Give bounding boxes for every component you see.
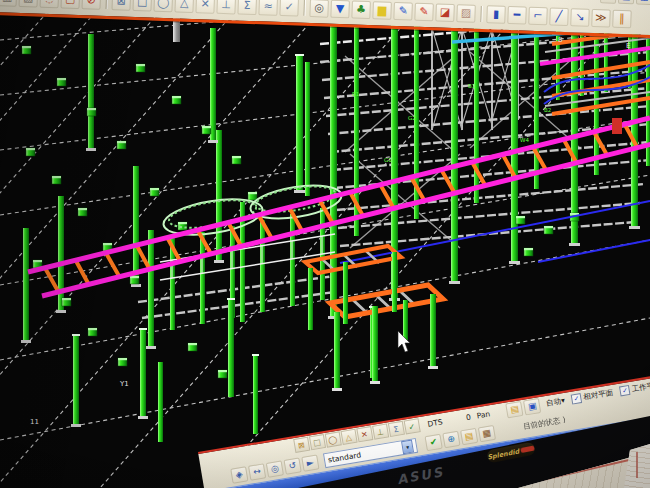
mini-snap-circle-icon[interactable]: ◯ xyxy=(324,431,341,447)
chevron-down-icon[interactable]: ▾ xyxy=(401,439,414,454)
snap-lines-icon[interactable]: □ xyxy=(132,0,152,11)
window-icon-1[interactable]: ▣ xyxy=(600,0,617,3)
status-note: 目前的状态 ) xyxy=(523,415,567,432)
snap-midpoint-icon[interactable]: △ xyxy=(174,0,194,12)
rotate-view-icon[interactable]: ↺ xyxy=(283,457,301,474)
mini-snap-sum-icon[interactable]: Σ xyxy=(387,421,404,437)
binoculars-icon[interactable]: ◎ xyxy=(309,0,329,17)
no-snap-icon[interactable]: ⊘ xyxy=(81,0,101,9)
snap-intersection-icon[interactable]: ✕ xyxy=(195,0,215,13)
snap-sum-icon[interactable]: Σ xyxy=(237,0,257,15)
member-label: B2 xyxy=(544,107,551,113)
member-label: W4 xyxy=(520,137,529,143)
copy-icon[interactable]: ▨ xyxy=(19,0,39,7)
zoom-view-icon[interactable]: ◎ xyxy=(266,460,284,477)
status-zero: 0 xyxy=(465,412,471,422)
toolbar-separator xyxy=(480,6,482,22)
snap-free-icon[interactable]: ✓ xyxy=(279,0,299,16)
toolbar-separator xyxy=(106,0,108,8)
rebar-icon[interactable]: ‖ xyxy=(612,9,632,28)
check-icon: ✓ xyxy=(619,385,631,397)
mini-snap-perpendicular-icon[interactable]: ⊥ xyxy=(372,424,389,440)
grid-label: 11 xyxy=(30,418,39,426)
disk-icon[interactable]: ▣ xyxy=(523,397,541,414)
tree-icon[interactable]: ♣ xyxy=(351,0,371,19)
clipboard-icon[interactable]: ▥ xyxy=(0,0,17,6)
chevron-down-icon: ▾ xyxy=(560,396,565,405)
apply-check-icon[interactable]: ✔ xyxy=(424,433,442,450)
fly-view-icon[interactable]: ► xyxy=(301,454,319,471)
snap-points-icon[interactable]: ⊠ xyxy=(111,0,131,10)
snap-circle-icon[interactable]: ◯ xyxy=(153,0,173,12)
model-platforms xyxy=(305,246,443,391)
mini-snap-intersection-icon[interactable]: ✕ xyxy=(356,426,373,442)
member-label: G1 xyxy=(384,157,392,163)
lasso-icon[interactable]: ◌ xyxy=(40,0,60,8)
window-icon-3[interactable]: ◫ xyxy=(636,0,650,4)
view-tilt-icon[interactable]: ◪ xyxy=(435,3,455,22)
mini-snap-midpoint-icon[interactable]: △ xyxy=(340,429,357,445)
marquee-icon[interactable]: ▢ xyxy=(61,0,81,9)
status-pan: Pan xyxy=(476,409,491,420)
mini-snap-points-icon[interactable]: ⊠ xyxy=(293,437,310,453)
grid-label: E xyxy=(626,42,630,50)
monitor-photo: 378EY111 B1G2B1W4G1B2 ▣▦◫▥⊞● ▥▨◌▢⊘⊠□◯△✕⊥… xyxy=(0,0,650,488)
create-arrow-icon[interactable]: ↘ xyxy=(570,8,590,27)
filter-icon[interactable]: ▼ xyxy=(330,0,350,18)
pen-blue-icon[interactable]: ✎ xyxy=(393,1,413,20)
folder-icon[interactable]: ▤ xyxy=(506,400,524,417)
pen-red-icon[interactable]: ✎ xyxy=(414,2,434,21)
pan-view-icon[interactable]: ↔ xyxy=(248,463,266,480)
member-label: B1 xyxy=(352,91,359,97)
create-beam-icon[interactable]: ━ xyxy=(507,5,527,24)
member-label: B1 xyxy=(468,83,475,89)
fit-view-icon[interactable]: ◈ xyxy=(230,466,248,483)
mini-snap-lines-icon[interactable]: □ xyxy=(308,434,325,450)
mini-snap-free-icon[interactable]: ✓ xyxy=(403,418,420,434)
create-brace-icon[interactable]: ╱ xyxy=(549,7,569,26)
status-dts: DTS xyxy=(427,417,443,428)
auto-dropdown[interactable]: 自动▾ xyxy=(545,396,565,409)
create-polybeam-icon[interactable]: ⌐ xyxy=(528,6,548,25)
folder2-icon[interactable]: ▤ xyxy=(460,427,478,444)
member-label: G2 xyxy=(408,115,416,121)
view-ghost-icon[interactable]: ▨ xyxy=(456,4,476,23)
detail-icon[interactable]: ≫ xyxy=(591,8,611,27)
create-column-icon[interactable]: ▮ xyxy=(486,5,506,24)
snap-nearest-icon[interactable]: ≈ xyxy=(258,0,278,15)
grid-label: Y1 xyxy=(119,380,129,388)
snap-perpendicular-icon[interactable]: ⊥ xyxy=(216,0,236,14)
plate-icon[interactable]: ▆ xyxy=(372,1,392,20)
toolbar-separator xyxy=(303,0,305,15)
window-icon-2[interactable]: ▦ xyxy=(618,0,635,4)
work-plane-checkbox[interactable]: ✓ 工作平面 xyxy=(619,380,650,397)
check-icon: ✓ xyxy=(571,393,583,405)
grid-label: 8 xyxy=(558,36,562,44)
box-icon[interactable]: ▦ xyxy=(478,424,496,441)
globe-icon[interactable]: ⊕ xyxy=(442,430,460,447)
